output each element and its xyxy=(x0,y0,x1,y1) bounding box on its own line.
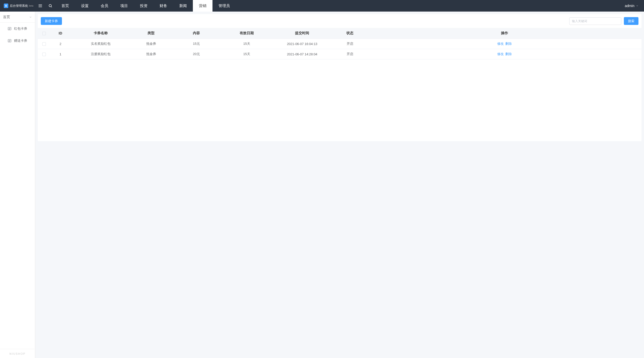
search-button[interactable] xyxy=(45,0,55,12)
cell-type: 抵金券 xyxy=(131,39,171,49)
sidebar-item-label: 红包卡券 xyxy=(14,26,27,31)
cell-actions: 修改删除 xyxy=(368,49,641,59)
edit-link[interactable]: 修改 xyxy=(497,52,504,56)
main-content: 新建卡券 搜索 ID 卡券名称 类型 内容 有效日期 提交时间 状态 xyxy=(35,12,644,358)
coupon-table: ID 卡券名称 类型 内容 有效日期 提交时间 状态 操作 2实名奖励红包抵金券… xyxy=(38,28,641,59)
search-icon xyxy=(48,4,52,8)
th-content: 内容 xyxy=(171,28,222,39)
sidebar-items: 红包卡券赠送卡券 xyxy=(0,23,35,349)
nav-item-5[interactable]: 财务 xyxy=(154,0,173,12)
panel-toolbar: 新建卡券 搜索 xyxy=(38,14,641,28)
sidebar-item-label: 赠送卡券 xyxy=(14,38,27,43)
nav-item-7[interactable]: 营销 xyxy=(193,0,212,12)
table-row: 2实名奖励红包抵金券15元15天2021-06-07 16:04:13开启修改删… xyxy=(38,39,641,49)
delete-link[interactable]: 删除 xyxy=(505,42,512,46)
th-status: 状态 xyxy=(332,28,368,39)
th-name: 卡券名称 xyxy=(70,28,131,39)
cell-actions: 修改删除 xyxy=(368,39,641,49)
user-menu[interactable]: admin xyxy=(625,4,644,8)
cell-submit: 2021-06-07 16:04:13 xyxy=(272,39,332,49)
nav-item-8[interactable]: 管理员 xyxy=(212,0,236,12)
cell-name: 实名奖励红包 xyxy=(70,39,131,49)
search-submit-button[interactable]: 搜索 xyxy=(624,17,638,25)
brand-logo-icon: B xyxy=(4,4,8,8)
delete-link[interactable]: 删除 xyxy=(505,52,512,56)
list-icon xyxy=(8,27,12,31)
th-action: 操作 xyxy=(368,28,641,39)
th-type: 类型 xyxy=(131,28,171,39)
sidebar-item-0[interactable]: 红包卡券 xyxy=(0,23,35,35)
cell-status: 开启 xyxy=(332,49,368,59)
chevron-down-icon xyxy=(29,16,32,19)
select-all-checkbox[interactable] xyxy=(42,32,46,35)
nav-menu: 首页设置会员项目投资财务新闻营销管理员 xyxy=(55,0,625,12)
topbar: B 后台管理系统 beta 首页设置会员项目投资财务新闻营销管理员 admin xyxy=(0,0,644,12)
brand: B 后台管理系统 beta xyxy=(0,4,35,8)
list-icon xyxy=(8,39,12,43)
th-valid: 有效日期 xyxy=(222,28,272,39)
cell-name: 注册奖励红包 xyxy=(70,49,131,59)
cell-type: 抵金券 xyxy=(131,49,171,59)
th-id: ID xyxy=(50,28,70,39)
svg-point-3 xyxy=(49,5,51,7)
hamburger-icon xyxy=(38,4,43,8)
nav-item-1[interactable]: 设置 xyxy=(75,0,95,12)
nav-item-2[interactable]: 会员 xyxy=(95,0,114,12)
nav-item-0[interactable]: 首页 xyxy=(55,0,75,12)
edit-link[interactable]: 修改 xyxy=(497,42,504,46)
cell-valid: 15天 xyxy=(222,39,272,49)
nav-item-3[interactable]: 项目 xyxy=(114,0,134,12)
sidebar-header[interactable]: 首页 xyxy=(0,12,35,23)
nav-item-6[interactable]: 新闻 xyxy=(173,0,193,12)
table-row: 1注册奖励红包抵金券20元15天2021-06-07 14:28:04开启修改删… xyxy=(38,49,641,59)
cell-submit: 2021-06-07 14:28:04 xyxy=(272,49,332,59)
brand-name: 后台管理系统 xyxy=(10,4,28,8)
topbar-icons xyxy=(35,0,55,12)
chevron-down-icon xyxy=(636,5,638,7)
sidebar-item-1[interactable]: 赠送卡券 xyxy=(0,35,35,47)
sidebar-header-label: 首页 xyxy=(3,15,10,19)
nav-item-4[interactable]: 投资 xyxy=(134,0,154,12)
cell-content: 15元 xyxy=(171,39,222,49)
new-coupon-button[interactable]: 新建卡券 xyxy=(41,17,62,25)
menu-toggle-button[interactable] xyxy=(35,0,45,12)
svg-line-4 xyxy=(51,7,52,7)
panel: 新建卡券 搜索 ID 卡券名称 类型 内容 有效日期 提交时间 状态 xyxy=(38,14,641,141)
cell-id: 2 xyxy=(50,39,70,49)
cell-content: 20元 xyxy=(171,49,222,59)
brand-badge: beta xyxy=(29,5,33,7)
th-submit: 提交时间 xyxy=(272,28,332,39)
cell-status: 开启 xyxy=(332,39,368,49)
layout: 首页 红包卡券赠送卡券 NIUSHOP 新建卡券 搜索 ID 卡券名称 xyxy=(0,12,644,358)
sidebar: 首页 红包卡券赠送卡券 NIUSHOP xyxy=(0,12,35,358)
search-input[interactable] xyxy=(569,17,621,25)
row-checkbox[interactable] xyxy=(42,53,46,56)
cell-id: 1 xyxy=(50,49,70,59)
cell-valid: 15天 xyxy=(222,49,272,59)
sidebar-footer: NIUSHOP xyxy=(0,349,35,358)
row-checkbox[interactable] xyxy=(42,42,46,46)
user-name: admin xyxy=(625,4,634,8)
